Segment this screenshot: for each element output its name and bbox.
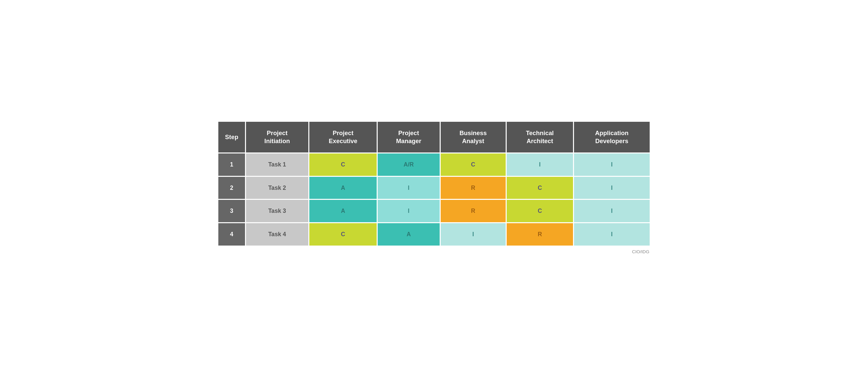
cell-business-analyst-row3: R (441, 200, 506, 222)
step-4: 4 (218, 223, 245, 246)
header-row: Step ProjectInitiation ProjectExecutive … (218, 122, 650, 152)
cell-technical-architect-row2: C (507, 177, 573, 199)
cell-application-developers-row3: I (574, 200, 650, 222)
task-name-1: Task 1 (246, 153, 308, 176)
cell-business-analyst-row1: C (441, 153, 506, 176)
cell-application-developers-row2: I (574, 177, 650, 199)
header-project-initiation: ProjectInitiation (246, 122, 308, 152)
cell-application-developers-row4: I (574, 223, 650, 246)
cell-project-manager-row2: I (378, 177, 439, 199)
header-application-developers: ApplicationDevelopers (574, 122, 650, 152)
step-2: 2 (218, 177, 245, 199)
table-row: 3Task 3AIRCI (218, 200, 650, 222)
cell-project-executive-row1: C (309, 153, 377, 176)
cell-project-manager-row4: A (378, 223, 439, 246)
cell-project-executive-row4: C (309, 223, 377, 246)
raci-table: Step ProjectInitiation ProjectExecutive … (217, 121, 651, 247)
raci-chart-wrapper: Step ProjectInitiation ProjectExecutive … (217, 121, 651, 254)
cell-technical-architect-row3: C (507, 200, 573, 222)
cell-business-analyst-row2: R (441, 177, 506, 199)
cell-project-executive-row3: A (309, 200, 377, 222)
cell-project-manager-row1: A/R (378, 153, 439, 176)
header-technical-architect: TechnicalArchitect (507, 122, 573, 152)
cell-application-developers-row1: I (574, 153, 650, 176)
cell-technical-architect-row1: I (507, 153, 573, 176)
cell-project-executive-row2: A (309, 177, 377, 199)
cell-technical-architect-row4: R (507, 223, 573, 246)
raci-body: 1Task 1CA/RCII2Task 2AIRCI3Task 3AIRCI4T… (218, 153, 650, 246)
step-1: 1 (218, 153, 245, 176)
task-name-4: Task 4 (246, 223, 308, 246)
table-row: 4Task 4CAIRI (218, 223, 650, 246)
header-project-manager: ProjectManager (378, 122, 439, 152)
footer-credit: CIO/IDG (217, 249, 651, 254)
cell-project-manager-row3: I (378, 200, 439, 222)
header-business-analyst: BusinessAnalyst (441, 122, 506, 152)
step-3: 3 (218, 200, 245, 222)
header-step: Step (218, 122, 245, 152)
table-row: 2Task 2AIRCI (218, 177, 650, 199)
cell-business-analyst-row4: I (441, 223, 506, 246)
header-project-executive: ProjectExecutive (309, 122, 377, 152)
task-name-2: Task 2 (246, 177, 308, 199)
task-name-3: Task 3 (246, 200, 308, 222)
table-row: 1Task 1CA/RCII (218, 153, 650, 176)
